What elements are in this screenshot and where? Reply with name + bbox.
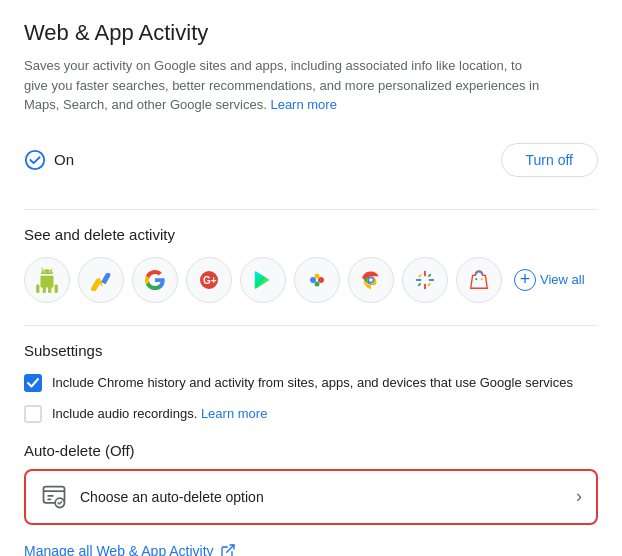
google-ads-icon: A (89, 268, 113, 292)
on-status-icon (24, 149, 46, 171)
app-icon-podcasts[interactable] (402, 257, 448, 303)
app-icon-play[interactable] (240, 257, 286, 303)
svg-rect-11 (424, 270, 426, 276)
play-icon (252, 269, 274, 291)
page-title: Web & App Activity (24, 20, 598, 46)
divider-1 (24, 209, 598, 210)
svg-point-0 (26, 150, 44, 168)
svg-rect-18 (427, 282, 431, 286)
auto-delete-title: Auto-delete (Off) (24, 442, 598, 459)
see-delete-title: See and delete activity (24, 226, 598, 243)
app-icon-android[interactable] (24, 257, 70, 303)
svg-point-5 (318, 277, 324, 283)
assistant-icon (305, 268, 329, 292)
description-learn-more-link[interactable]: Learn more (270, 97, 336, 112)
svg-rect-17 (418, 282, 422, 286)
svg-point-10 (369, 278, 373, 282)
svg-point-6 (315, 273, 320, 278)
app-icon-chrome[interactable] (348, 257, 394, 303)
svg-point-19 (475, 277, 477, 279)
auto-delete-option-label: Choose an auto-delete option (80, 489, 264, 505)
podcasts-icon (414, 269, 436, 291)
svg-rect-12 (424, 283, 426, 289)
status-text: On (54, 151, 74, 168)
view-all-plus-icon: + (514, 269, 536, 291)
view-all-label: View all (540, 272, 585, 287)
turn-off-button[interactable]: Turn off (501, 143, 598, 177)
external-link-icon (220, 543, 236, 557)
manage-link[interactable]: Manage all Web & App Activity (24, 543, 598, 557)
main-container: Web & App Activity Saves your activity o… (0, 0, 622, 556)
subsettings-title: Subsettings (24, 342, 598, 359)
app-icon-google[interactable] (132, 257, 178, 303)
auto-delete-left: Choose an auto-delete option (40, 483, 264, 511)
app-icon-google-plus[interactable]: G+ (186, 257, 232, 303)
svg-rect-16 (428, 273, 432, 277)
svg-rect-13 (416, 279, 422, 281)
audio-recordings-label: Include audio recordings. Learn more (52, 404, 267, 424)
checkbox-row-audio: Include audio recordings. Learn more (24, 404, 598, 424)
audio-recordings-text: Include audio recordings. (52, 406, 197, 421)
auto-delete-icon (40, 483, 68, 511)
checkbox-audio-recordings[interactable] (24, 405, 42, 423)
app-icon-google-ads[interactable]: A (78, 257, 124, 303)
svg-rect-14 (429, 279, 435, 281)
shopping-icon (468, 269, 490, 291)
android-icon (34, 267, 60, 293)
status-left: On (24, 149, 74, 171)
svg-point-7 (315, 281, 320, 286)
svg-rect-15 (418, 273, 422, 277)
app-icon-assistant[interactable] (294, 257, 340, 303)
svg-point-4 (310, 277, 316, 283)
chrome-icon (360, 269, 382, 291)
app-icon-shopping[interactable] (456, 257, 502, 303)
svg-text:G+: G+ (203, 275, 217, 286)
manage-link-text: Manage all Web & App Activity (24, 543, 214, 557)
checkbox-chrome-history[interactable] (24, 374, 42, 392)
checkbox-row-chrome: Include Chrome history and activity from… (24, 373, 598, 393)
google-icon (144, 269, 166, 291)
audio-learn-more-link[interactable]: Learn more (201, 406, 267, 421)
google-plus-icon: G+ (197, 268, 221, 292)
divider-2 (24, 325, 598, 326)
auto-delete-section: Auto-delete (Off) Choose an auto-delete … (24, 442, 598, 525)
svg-text:A: A (95, 276, 103, 288)
app-icons-row: A G+ (24, 257, 598, 303)
status-row: On Turn off (24, 133, 598, 187)
view-all-button[interactable]: + View all (514, 269, 585, 291)
chrome-history-label: Include Chrome history and activity from… (52, 373, 573, 393)
checkmark-icon (27, 378, 39, 388)
page-description: Saves your activity on Google sites and … (24, 56, 544, 115)
svg-point-20 (481, 277, 483, 279)
chevron-right-icon: › (576, 486, 582, 507)
auto-delete-row[interactable]: Choose an auto-delete option › (24, 469, 598, 525)
